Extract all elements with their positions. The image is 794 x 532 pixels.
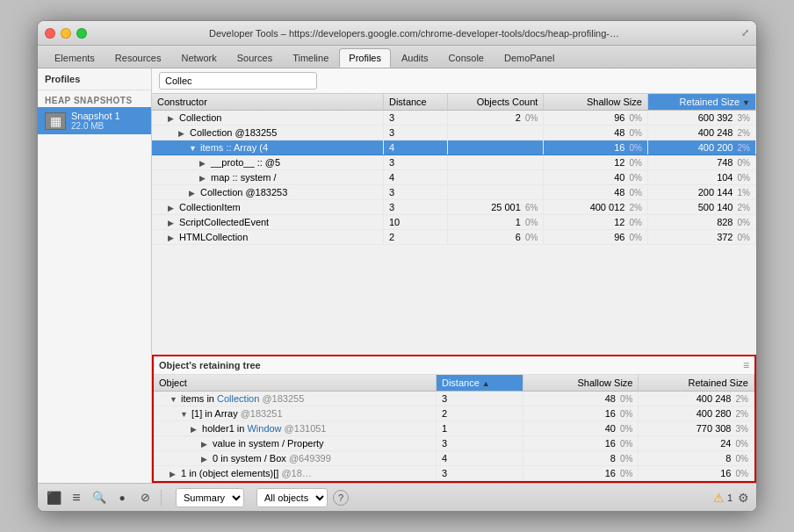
expand-arrow[interactable]: ▶ bbox=[168, 219, 177, 227]
expand-arrow[interactable]: ▼ bbox=[189, 144, 198, 153]
table-row[interactable]: ▶ Collection @183253 3 48 0% 200 144 1% bbox=[152, 185, 756, 200]
cell-distance: 2 bbox=[383, 230, 447, 245]
list-icon[interactable]: ≡ bbox=[68, 489, 85, 507]
maximize-button[interactable] bbox=[76, 28, 87, 39]
expand-arrow[interactable]: ▶ bbox=[168, 234, 177, 242]
table-row[interactable]: ▶ CollectionItem 3 25 001 6% 400 012 2% … bbox=[152, 200, 756, 215]
ret-cell-distance: 2 bbox=[436, 406, 523, 421]
ret-col-object[interactable]: Object bbox=[154, 375, 436, 392]
expand-icon[interactable]: ⤢ bbox=[741, 27, 749, 39]
tab-network[interactable]: Network bbox=[171, 48, 226, 68]
expand-arrow[interactable]: ▶ bbox=[178, 129, 187, 138]
expand-arrow[interactable]: ▶ bbox=[199, 174, 208, 183]
cell-constructor: ▶ __proto__ :: @5 bbox=[152, 155, 383, 170]
col-retained[interactable]: Retained Size bbox=[647, 94, 755, 111]
retaining-header: Object's retaining tree ≡ bbox=[154, 356, 754, 375]
tab-demopanel[interactable]: DemoPanel bbox=[494, 48, 564, 68]
upper-table-scroll[interactable]: Constructor Distance Objects Count Shall… bbox=[152, 94, 756, 355]
cell-retained: 828 0% bbox=[647, 215, 755, 230]
main-table: Constructor Distance Objects Count Shall… bbox=[152, 94, 756, 245]
expand-arrow[interactable]: ▶ bbox=[189, 189, 198, 198]
tab-audits[interactable]: Audits bbox=[392, 48, 438, 68]
table-row[interactable]: ▶ holder1 in Window @131051 1 40 0% 770 … bbox=[154, 421, 754, 436]
tab-console[interactable]: Console bbox=[439, 48, 494, 68]
ret-cell-shallow: 40 0% bbox=[523, 421, 639, 436]
ret-col-shallow[interactable]: Shallow Size bbox=[523, 375, 639, 392]
ret-cell-retained: 16 0% bbox=[639, 466, 754, 481]
table-row[interactable]: ▶ map :: system / 4 40 0% 104 0% bbox=[152, 170, 756, 185]
ret-col-retained[interactable]: Retained Size bbox=[639, 375, 754, 392]
table-row[interactable]: ▶ 1 in (object elements)[] @18… 3 16 0% … bbox=[154, 466, 754, 481]
expand-arrow[interactable]: ▶ bbox=[168, 114, 177, 123]
gear-icon[interactable]: ⚙ bbox=[738, 491, 749, 505]
col-objects[interactable]: Objects Count bbox=[448, 94, 544, 111]
search-input[interactable] bbox=[159, 72, 317, 90]
retaining-scroll-icon[interactable]: ≡ bbox=[743, 359, 749, 371]
main-content: Profiles HEAP SNAPSHOTS Snapshot 1 22.0 … bbox=[38, 68, 756, 483]
table-row[interactable]: ▶ value in system / Property 3 16 0% 24 … bbox=[154, 436, 754, 451]
cell-distance: 3 bbox=[383, 126, 447, 140]
expand-arrow[interactable]: ▶ bbox=[191, 425, 199, 434]
ret-cell-object: ▼ [1] in Array @183251 bbox=[154, 406, 436, 421]
cell-constructor: ▶ Collection @183255 bbox=[152, 126, 383, 140]
table-row[interactable]: ▶ HTMLCollection 2 6 0% 96 0% 372 0% bbox=[152, 230, 756, 245]
table-row[interactable]: ▶ __proto__ :: @5 3 12 0% 748 0% bbox=[152, 155, 756, 170]
minimize-button[interactable] bbox=[61, 28, 71, 39]
tab-profiles[interactable]: Profiles bbox=[339, 48, 391, 68]
col-constructor[interactable]: Constructor bbox=[152, 94, 383, 111]
ret-cell-object: ▶ 0 in system / Box @649399 bbox=[154, 451, 436, 466]
table-row[interactable]: ▶ ScriptCollectedEvent 10 1 0% 12 0% 828… bbox=[152, 215, 756, 230]
sidebar-item-snapshot1[interactable]: Snapshot 1 22.0 MB bbox=[38, 107, 151, 134]
table-row[interactable]: ▶ Collection @183255 3 48 0% 400 248 2% bbox=[152, 126, 756, 140]
expand-arrow[interactable]: ▶ bbox=[168, 204, 177, 212]
cell-objects bbox=[448, 155, 544, 170]
table-row[interactable]: ▼ items in Collection @183255 3 48 0% 40… bbox=[154, 392, 754, 406]
tab-sources[interactable]: Sources bbox=[227, 48, 282, 68]
cell-retained: 200 144 1% bbox=[647, 185, 755, 200]
ret-cell-retained: 770 308 3% bbox=[639, 421, 754, 436]
cell-objects bbox=[448, 126, 544, 140]
sidebar-title: Profiles bbox=[38, 68, 151, 90]
search-icon[interactable]: 🔍 bbox=[90, 489, 108, 507]
col-distance[interactable]: Distance bbox=[383, 94, 447, 111]
cell-distance: 3 bbox=[383, 155, 447, 170]
table-row[interactable]: ▶ Collection 3 2 0% 96 0% 600 392 3% bbox=[152, 111, 756, 126]
expand-arrow[interactable]: ▶ bbox=[201, 455, 210, 464]
sidebar-section: HEAP SNAPSHOTS bbox=[38, 90, 151, 107]
ret-col-distance[interactable]: Distance bbox=[436, 375, 523, 392]
ret-cell-object: ▶ value in system / Property bbox=[154, 436, 436, 451]
tab-resources[interactable]: Resources bbox=[105, 48, 171, 68]
ban-icon[interactable]: ⊘ bbox=[136, 489, 154, 507]
circle-icon[interactable]: ● bbox=[113, 489, 131, 507]
expand-arrow[interactable]: ▶ bbox=[201, 440, 210, 449]
objects-select[interactable]: All objects bbox=[256, 488, 328, 507]
ret-cell-shallow: 48 0% bbox=[523, 392, 639, 406]
summary-select[interactable]: Summary bbox=[176, 488, 244, 507]
tab-timeline[interactable]: Timeline bbox=[283, 48, 338, 68]
expand-arrow[interactable]: ▼ bbox=[180, 410, 189, 419]
cell-objects bbox=[448, 140, 544, 155]
cell-distance: 3 bbox=[383, 111, 447, 126]
help-button[interactable]: ? bbox=[333, 490, 349, 506]
snapshot-name: Snapshot 1 bbox=[71, 111, 120, 121]
expand-arrow[interactable]: ▶ bbox=[199, 159, 208, 168]
warning-indicator: ⚠ 1 bbox=[713, 491, 733, 505]
retaining-table: Object Distance Shallow Size Retained Si… bbox=[154, 375, 754, 481]
table-row[interactable]: ▶ 0 in system / Box @649399 4 8 0% 8 0% bbox=[154, 451, 754, 466]
record-icon[interactable]: ⬛ bbox=[45, 489, 62, 507]
cell-constructor: ▶ Collection bbox=[152, 111, 383, 126]
expand-arrow[interactable]: ▶ bbox=[170, 470, 178, 478]
search-bar bbox=[152, 68, 756, 94]
table-row-highlighted[interactable]: ▼ items :: Array (4 4 16 0% 400 200 2% bbox=[152, 140, 756, 155]
cell-distance: 3 bbox=[383, 185, 447, 200]
col-shallow[interactable]: Shallow Size bbox=[544, 94, 648, 111]
cell-objects: 25 001 6% bbox=[448, 200, 544, 215]
close-button[interactable] bbox=[45, 28, 55, 39]
cell-retained: 104 0% bbox=[647, 170, 755, 185]
ret-cell-shallow: 16 0% bbox=[523, 466, 639, 481]
cell-shallow: 12 0% bbox=[544, 215, 648, 230]
cell-objects: 1 0% bbox=[448, 215, 544, 230]
tab-elements[interactable]: Elements bbox=[45, 48, 105, 68]
table-row[interactable]: ▼ [1] in Array @183251 2 16 0% 400 280 2… bbox=[154, 406, 754, 421]
expand-arrow[interactable]: ▼ bbox=[170, 395, 178, 404]
